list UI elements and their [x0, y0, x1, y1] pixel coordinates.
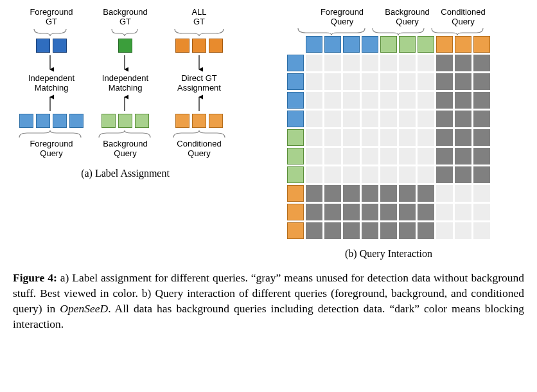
grid-cell	[455, 185, 471, 202]
col-header-cond	[455, 36, 471, 53]
grid-cell	[362, 129, 378, 146]
grid-cell	[380, 204, 397, 220]
fg-query-box	[36, 114, 50, 128]
grid-cell	[362, 204, 378, 220]
panel-a-top-headers: ForegroundGT BackgroundGT ALLGT	[13, 8, 238, 27]
col-header-fg	[306, 36, 322, 53]
grid-cell	[436, 111, 453, 127]
grid-cell	[380, 166, 397, 183]
all-gt-box	[209, 39, 223, 53]
match-cond: Direct GTAssignment	[161, 73, 238, 93]
bg-query-box	[135, 114, 149, 128]
fg-gt-box	[53, 39, 67, 53]
grid-cell	[473, 204, 490, 220]
match-bg: IndependentMatching	[90, 73, 161, 93]
grid-cell	[418, 148, 434, 165]
grid-cell	[455, 55, 471, 71]
grid-cell	[399, 73, 416, 90]
grid-cell	[343, 55, 360, 71]
row-header-bg	[287, 166, 304, 183]
row-header-cond	[287, 185, 304, 202]
grid-cell	[418, 92, 434, 109]
row-header-fg	[287, 92, 304, 109]
grid-cell	[436, 129, 453, 146]
grid-cell	[380, 73, 397, 90]
grid-cell	[324, 73, 341, 90]
hdr-bg-q: BackgroundQuery	[90, 139, 161, 159]
grid-cell	[418, 111, 434, 127]
grid-cell	[436, 73, 453, 90]
panel-b-top-braces	[295, 27, 501, 36]
grid-cell	[418, 222, 434, 239]
grid-cell	[324, 92, 341, 109]
grid-cell	[455, 129, 471, 146]
row-header-cond	[287, 204, 304, 220]
panel-a-bottom-braces	[13, 129, 238, 139]
grid-cell	[436, 148, 453, 165]
grid-cell	[455, 111, 471, 127]
grid-cell	[399, 204, 416, 220]
grid-cell	[473, 222, 490, 239]
grid-cell	[362, 185, 378, 202]
grid-cell	[362, 92, 378, 109]
grid-cell	[380, 129, 397, 146]
bg-gt-box	[118, 39, 132, 53]
grid-cell	[306, 92, 322, 109]
grid-cell	[399, 111, 416, 127]
col-header-bg	[380, 36, 397, 53]
grid-cell	[362, 111, 378, 127]
cond-query-box	[192, 114, 206, 128]
grid-cell	[473, 55, 490, 71]
grid-cell	[436, 166, 453, 183]
grid-cell	[418, 55, 434, 71]
grid-cell	[343, 129, 360, 146]
hdr-fg-gt: ForegroundGT	[13, 8, 90, 27]
grid-cell	[324, 55, 341, 71]
panel-a-top-braces	[13, 27, 238, 37]
interaction-grid	[287, 36, 490, 239]
row-header-bg	[287, 129, 304, 146]
fg-query-box	[53, 114, 67, 128]
grid-cell	[436, 92, 453, 109]
row-header-fg	[287, 111, 304, 127]
panel-a-query-row	[13, 112, 238, 129]
grid-cell	[455, 166, 471, 183]
hdr-b-cond: ConditionedQuery	[436, 8, 491, 27]
col-header-fg	[324, 36, 341, 53]
col-header-cond	[436, 36, 453, 53]
caption-lead: Figure 4:	[13, 271, 57, 284]
grid-cell	[343, 204, 360, 220]
panel-a-bottom-headers: ForegroundQuery BackgroundQuery Conditio…	[13, 139, 238, 159]
panel-a: ForegroundGT BackgroundGT ALLGT Independ…	[13, 8, 238, 179]
grid-cell	[399, 55, 416, 71]
grid-cell	[380, 185, 397, 202]
grid-cell	[306, 148, 322, 165]
fg-query-box	[19, 114, 33, 128]
row-header-cond	[287, 222, 304, 239]
col-header-bg	[418, 36, 434, 53]
grid-cell	[418, 166, 434, 183]
grid-cell	[324, 204, 341, 220]
grid-cell	[399, 185, 416, 202]
grid-cell	[473, 111, 490, 127]
grid-cell	[306, 166, 322, 183]
panel-a-subcaption: (a) Label Assignment	[81, 168, 170, 179]
panel-a-match-labels: IndependentMatching IndependentMatching …	[13, 73, 238, 93]
grid-cell	[418, 204, 434, 220]
row-header-bg	[287, 148, 304, 165]
grid-cell	[362, 148, 378, 165]
panel-a-arrows-down	[13, 54, 238, 73]
grid-cell	[436, 204, 453, 220]
hdr-fg-q: ForegroundQuery	[13, 139, 90, 159]
grid-cell	[380, 111, 397, 127]
grid-cell	[306, 111, 322, 127]
grid-cell	[306, 185, 322, 202]
grid-cell	[455, 204, 471, 220]
grid-cell	[362, 222, 378, 239]
bg-query-box	[101, 114, 116, 128]
grid-cell	[418, 185, 434, 202]
grid-cell	[380, 222, 397, 239]
grid-cell	[343, 111, 360, 127]
panel-a-arrows-up	[13, 93, 238, 112]
grid-corner	[287, 36, 304, 53]
